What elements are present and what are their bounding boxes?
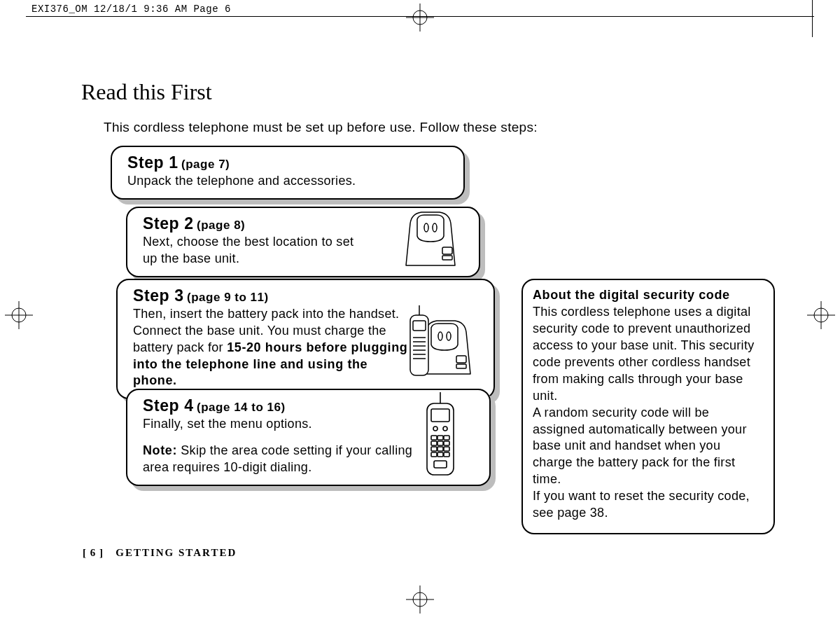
step-body: Next, choose the best location to set up… [143,234,360,268]
note-label: Note: [143,443,177,457]
svg-point-32 [433,427,438,431]
about-paragraph: If you want to reset the security code, … [533,488,764,522]
step-1-card: Step 1 (page 7) Unpack the telephone and… [111,146,465,200]
step-page-ref: (page 9 to 11) [187,291,269,304]
svg-rect-42 [444,447,449,451]
svg-point-12 [424,223,428,232]
svg-rect-43 [431,452,437,457]
print-slug: EXI376_OM 12/18/1 9:36 AM Page 6 [31,4,231,14]
svg-rect-40 [431,447,437,451]
svg-rect-45 [444,452,449,457]
svg-point-13 [433,223,437,232]
svg-rect-19 [456,364,466,368]
svg-point-33 [443,427,447,431]
svg-rect-36 [444,436,449,440]
page-title: Read this First [81,81,212,103]
page-footer: [ 6 ] GETTING STARTED [83,548,237,558]
svg-rect-34 [431,436,437,440]
svg-rect-37 [431,441,437,445]
about-heading: About the digital security code [533,287,764,304]
step-body: Finally, set the menu options. Note: Ski… [143,416,416,476]
handset-icon [416,391,465,480]
step-label: Step 4 [143,396,194,415]
svg-point-16 [438,332,442,340]
svg-rect-15 [442,256,452,260]
trim-mark [812,0,813,37]
base-unit-icon [400,207,461,271]
registration-mark-icon [406,585,434,613]
manual-page: EXI376_OM 12/18/1 9:36 AM Page 6 Read th… [0,0,840,617]
svg-rect-44 [438,452,443,457]
step-body: Unpack the telephone and accessories. [127,173,449,190]
registration-mark-icon [5,301,33,329]
intro-text: This cordless telephone must be set up b… [104,120,538,134]
svg-rect-14 [442,247,452,254]
svg-rect-39 [444,441,449,445]
registration-mark-icon [807,301,835,329]
note-body: Skip the area code setting if your calli… [143,443,412,474]
base-with-handset-icon [406,301,473,382]
svg-rect-41 [438,447,443,451]
step-label: Step 3 [133,286,184,305]
step-label: Step 2 [143,214,194,233]
step-body-line: Finally, set the menu options. [143,416,416,433]
step-body: Then, insert the battery pack into the h… [133,306,413,389]
step-page-ref: (page 7) [181,158,230,171]
svg-rect-46 [434,461,447,468]
page-number: [ 6 ] [83,547,104,558]
svg-point-17 [447,332,451,340]
step-page-ref: (page 8) [197,219,245,232]
svg-rect-31 [431,409,449,422]
about-paragraph: This cordless telephone uses a digital s… [533,304,764,405]
svg-rect-18 [456,356,466,363]
svg-rect-35 [438,436,443,440]
svg-rect-22 [413,321,426,331]
about-paragraph: A random security code will be assigned … [533,405,764,489]
registration-mark-icon [406,4,434,32]
step-page-ref: (page 14 to 16) [197,401,286,414]
section-name: GETTING STARTED [115,547,237,558]
step-label: Step 1 [127,153,178,172]
svg-rect-38 [438,441,443,445]
about-security-code-box: About the digital security code This cor… [522,279,775,534]
